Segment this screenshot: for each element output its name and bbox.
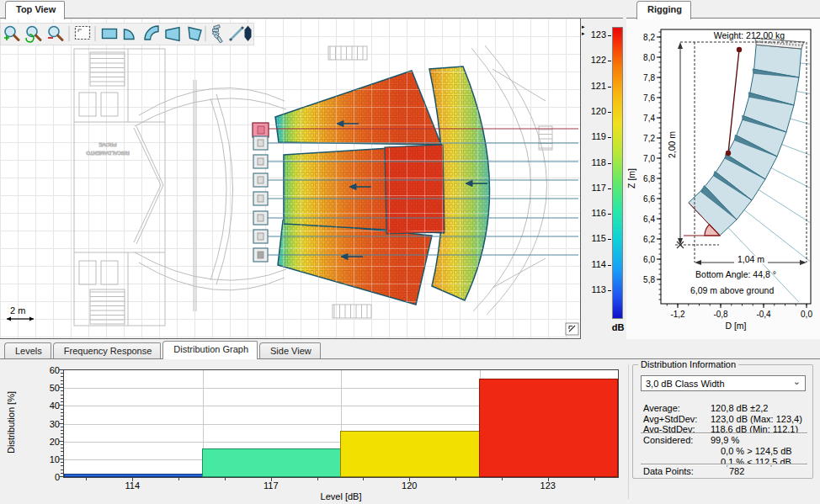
chart-y-tick-label: 30 bbox=[31, 419, 60, 429]
chart-y-tick-label: 0 bbox=[31, 472, 60, 482]
svg-text:5,8: 5,8 bbox=[643, 275, 655, 284]
venue-map-canvas[interactable]: PROVERISCALDAMENTO2 m bbox=[0, 19, 581, 339]
svg-text:8,0: 8,0 bbox=[643, 53, 655, 62]
chart-tick bbox=[61, 444, 63, 445]
map-scale: 2 m bbox=[7, 305, 34, 321]
bottom-tabbar: LevelsFrequency ResponseDistribution Gra… bbox=[0, 341, 820, 359]
chart-tick bbox=[594, 478, 595, 480]
chart-x-axis-title: Level [dB] bbox=[63, 491, 619, 501]
class-width-value: 3,0 dB Class Width bbox=[646, 379, 725, 389]
colorbar-tick bbox=[608, 137, 611, 138]
chart-tick bbox=[59, 423, 63, 424]
chart-tick bbox=[61, 376, 63, 377]
svg-text:8,2: 8,2 bbox=[643, 33, 655, 42]
tab-distribution-graph[interactable]: Distribution Graph bbox=[162, 341, 258, 359]
chart-tick bbox=[61, 409, 63, 410]
colorbar-tick-label: 120 bbox=[582, 106, 606, 116]
svg-text:7,0: 7,0 bbox=[643, 154, 655, 163]
chart-tick bbox=[61, 390, 63, 391]
svg-text:6,6: 6,6 bbox=[643, 194, 655, 204]
chart-tick bbox=[61, 433, 63, 434]
corner-reset-icon[interactable] bbox=[566, 323, 578, 335]
sources bbox=[253, 123, 269, 262]
chart-tick bbox=[59, 476, 63, 477]
chart-x-tick-label: 114 bbox=[115, 480, 149, 491]
chart-tick bbox=[61, 462, 63, 463]
add-polygon-area[interactable] bbox=[189, 28, 201, 41]
tab-top-view[interactable]: Top View bbox=[5, 1, 65, 19]
distribution-bar bbox=[479, 379, 619, 477]
chart-tick bbox=[61, 373, 63, 374]
show-plan[interactable] bbox=[76, 27, 90, 40]
distribution-information-group: Distribution Information 3,0 dB Class Wi… bbox=[632, 364, 813, 479]
colorbar-tick-label: 113 bbox=[582, 284, 606, 294]
chart-tick bbox=[61, 395, 63, 395]
svg-text:PROVE: PROVE bbox=[99, 142, 116, 147]
svg-text:D [m]: D [m] bbox=[725, 321, 746, 331]
add-trapezoid-area[interactable] bbox=[166, 28, 179, 41]
add-arc-area[interactable] bbox=[145, 26, 158, 40]
chart-tick bbox=[455, 478, 456, 480]
add-speaker[interactable] bbox=[245, 26, 252, 42]
chart-tick bbox=[86, 478, 87, 480]
colorbar-tick bbox=[608, 290, 611, 291]
map-toolbar-icons bbox=[1, 24, 253, 45]
chart-tick bbox=[61, 427, 63, 427]
svg-text:7,8: 7,8 bbox=[643, 73, 655, 82]
chart-plot-area bbox=[63, 369, 619, 478]
add-rect-area[interactable] bbox=[103, 29, 117, 39]
distribution-bar bbox=[64, 474, 203, 477]
chart-x-tick-label: 123 bbox=[531, 480, 565, 491]
zoom-out[interactable] bbox=[48, 27, 62, 40]
chart-tick bbox=[409, 478, 410, 480]
distribution-chart: Distribution [%] Level [dB] 010203040506… bbox=[0, 360, 630, 504]
chart-tick bbox=[61, 437, 63, 438]
chart-x-tick-label: 120 bbox=[392, 480, 426, 491]
chart-tick bbox=[317, 478, 318, 480]
top-view-tabbar: Top View bbox=[0, 0, 623, 19]
chart-tick bbox=[61, 455, 63, 456]
info-row: Considered:99,9 % bbox=[643, 435, 812, 445]
chevron-down-icon: ⌄ bbox=[793, 376, 801, 387]
svg-text:6,09 m above ground: 6,09 m above ground bbox=[690, 285, 774, 295]
colorbar-tick bbox=[608, 265, 611, 266]
add-line-array[interactable] bbox=[212, 24, 222, 42]
spl-heatmap-areas bbox=[275, 66, 490, 305]
zoom-in[interactable] bbox=[4, 27, 19, 41]
colorbar-tick bbox=[608, 35, 611, 36]
colorbar-tick-label: 122 bbox=[582, 55, 606, 65]
svg-text:2,00 m: 2,00 m bbox=[667, 131, 677, 158]
add-distance[interactable] bbox=[229, 26, 243, 40]
colorbar-tick-label: 118 bbox=[582, 157, 606, 167]
chart-tick bbox=[61, 473, 63, 474]
chart-y-axis-title: Distribution [%] bbox=[6, 351, 16, 494]
add-quarter-area[interactable] bbox=[125, 29, 135, 40]
chart-tick bbox=[548, 478, 549, 480]
svg-text:1,04 m: 1,04 m bbox=[737, 254, 764, 264]
chart-tick bbox=[61, 380, 63, 381]
top-view-panel: Top View PROVERISCALDAMENTO2 m bbox=[0, 0, 623, 339]
rigging-plot[interactable]: 8,28,07,87,67,47,27,06,86,66,46,26,05,8-… bbox=[626, 19, 820, 339]
chart-tick bbox=[61, 398, 63, 399]
class-width-select[interactable]: 3,0 dB Class Width ⌄ bbox=[641, 375, 806, 391]
svg-text:-1,2: -1,2 bbox=[670, 310, 685, 319]
svg-text:6,0: 6,0 bbox=[643, 255, 655, 264]
svg-text:7,2: 7,2 bbox=[643, 134, 655, 143]
chart-tick bbox=[225, 478, 226, 480]
chart-y-tick-label: 20 bbox=[31, 437, 60, 447]
chart-y-tick-label: 60 bbox=[31, 365, 60, 375]
color-scale-gradient bbox=[612, 27, 623, 319]
zoom-reset[interactable] bbox=[26, 27, 40, 42]
tab-rigging[interactable]: Rigging bbox=[636, 1, 691, 19]
chart-tick bbox=[59, 405, 63, 406]
tab-top-view-label: Top View bbox=[16, 4, 56, 14]
svg-text:-0,4: -0,4 bbox=[756, 310, 771, 319]
colorbar-tick-label: 117 bbox=[582, 183, 606, 193]
distribution-bar bbox=[202, 448, 342, 477]
chart-tick bbox=[132, 478, 133, 480]
tab-frequency-response[interactable]: Frequency Response bbox=[53, 342, 162, 358]
rigging-panel: Rigging 8,28,07,87,67,47,27,06,86,66,46,… bbox=[626, 0, 820, 339]
tab-side-view[interactable]: Side View bbox=[259, 342, 321, 358]
colorbar-tick bbox=[608, 163, 611, 164]
svg-text:-0,8: -0,8 bbox=[713, 310, 728, 319]
